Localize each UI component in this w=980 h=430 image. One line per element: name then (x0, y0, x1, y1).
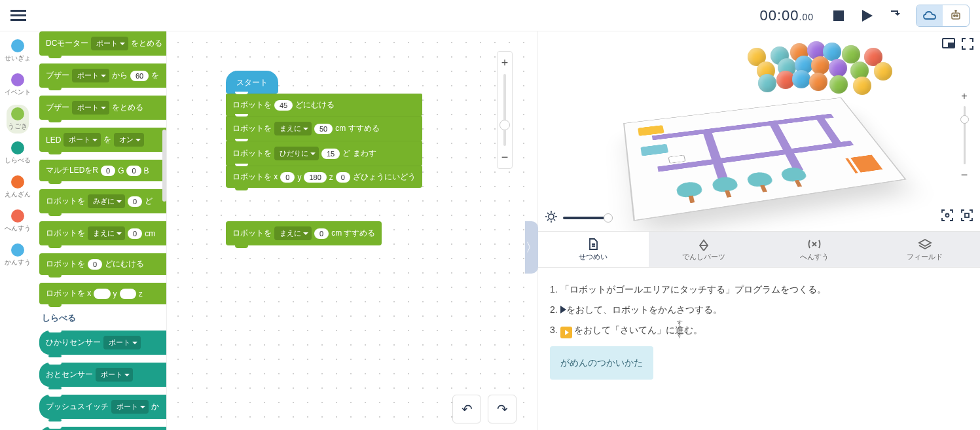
value-input[interactable]: 0 (101, 166, 115, 176)
category-sensing[interactable]: しらべる (3, 139, 32, 168)
zoom-in-icon[interactable]: + (500, 56, 510, 70)
category-function[interactable]: かんすう (3, 241, 32, 270)
palette-block-buzzer-stop[interactable]: ブザー ポート をとめる (39, 96, 166, 120)
instruction-line: 2. をおして、ロボットをかんさつする。 (550, 300, 968, 320)
direction-dropdown[interactable]: まえに (274, 122, 312, 135)
workspace[interactable]: スタート ロボットを 45 どにむける ロボットを まえに 50 cm すすめる… (166, 31, 528, 430)
category-control[interactable]: せいぎょ (3, 37, 32, 65)
direction-dropdown[interactable]: まえに (274, 226, 312, 240)
svg-point-4 (956, 14, 958, 16)
sim-zoom-slider[interactable]: + − (958, 90, 971, 182)
play-button[interactable] (854, 4, 880, 27)
redo-button[interactable]: ↷ (488, 395, 517, 423)
help-button[interactable]: がめんのつかいかた (550, 346, 653, 380)
palette-block-sound-sensor[interactable]: おとセンサー ポート (39, 363, 166, 387)
value-input[interactable]: 0 (126, 166, 141, 176)
splitter-handle[interactable]: 〉 (525, 221, 538, 274)
value-input[interactable] (120, 289, 136, 299)
value-input[interactable]: 60 (130, 71, 149, 81)
brightness-thumb[interactable] (604, 213, 613, 223)
step-button[interactable] (883, 4, 909, 27)
tab-desc[interactable]: せつめい (538, 232, 649, 267)
block-robot-move[interactable]: ロボットを まえに 0 cm すすめる (226, 221, 382, 245)
port-dropdown[interactable]: ポート (72, 101, 109, 115)
value-input[interactable]: 45 (274, 100, 293, 111)
focus-icon[interactable] (941, 209, 954, 224)
simulator-view[interactable]: + − (538, 31, 980, 231)
value-input[interactable]: 0 (88, 259, 102, 270)
block-palette[interactable]: DCモーター ポート をとめる ブザー ポート から 60 を ブザー ポート … (35, 31, 166, 430)
sim-ball (829, 59, 847, 77)
palette-block-robot-turn-direction[interactable]: ロボットを みぎに 0 ど (39, 189, 166, 213)
sim-ball (853, 77, 871, 95)
port-dropdown[interactable]: ポート (103, 336, 141, 349)
value-input[interactable]: 0 (336, 172, 350, 183)
direction-dropdown[interactable]: みぎに (88, 194, 125, 208)
value-input[interactable]: 180 (304, 172, 326, 183)
zoom-out-icon[interactable]: − (961, 168, 968, 182)
fullscreen-icon[interactable] (962, 38, 973, 52)
palette-block-ir-photo[interactable]: せきがいせんフォトリフレクター (39, 427, 166, 430)
palette-block-light-sensor[interactable]: ひかりセンサー ポート (39, 331, 166, 355)
value-input[interactable]: 15 (321, 149, 340, 159)
hat-block-start[interactable]: スタート (226, 71, 278, 94)
tab-parts[interactable]: でんしパーツ (649, 232, 759, 267)
sim-ball (829, 75, 848, 94)
stop-button[interactable] (826, 4, 852, 27)
script-orphan[interactable]: ロボットを まえに 0 cm すすめる (226, 221, 382, 253)
menu-icon[interactable] (10, 7, 26, 24)
zoom-thumb[interactable] (499, 120, 510, 130)
palette-block-multi-led[interactable]: マルチLEDをR 0 G 0 B (39, 160, 166, 181)
value-input[interactable]: 0 (280, 172, 295, 183)
svg-point-5 (955, 10, 956, 11)
block-robot-rotate[interactable]: ロボットを ひだりに 15 ど まわす (226, 141, 422, 166)
port-dropdown[interactable]: ポート (72, 69, 109, 82)
brightness-slider[interactable] (545, 210, 609, 226)
palette-block-dc-motor-stop[interactable]: DCモーター ポート をとめる (39, 31, 166, 56)
undo-button[interactable]: ↶ (452, 395, 481, 423)
category-motion[interactable]: うごき (7, 105, 29, 134)
palette-block-buzzer-play[interactable]: ブザー ポート から 60 を (39, 63, 166, 88)
value-input[interactable]: 50 (314, 124, 333, 134)
port-dropdown[interactable]: ポート (91, 37, 128, 50)
zoom-out-icon[interactable]: − (500, 150, 510, 164)
palette-block-robot-move[interactable]: ロボットを まえに 0 cm (39, 221, 166, 245)
target-icon[interactable] (960, 209, 973, 224)
category-variable[interactable]: へんすう (3, 207, 32, 236)
tab-vars[interactable]: へんすう (759, 232, 870, 267)
value-input[interactable]: 0 (128, 196, 142, 207)
mode-toggle[interactable] (916, 5, 970, 27)
value-input[interactable] (94, 289, 110, 299)
block-robot-goto[interactable]: ロボットを x 0 y 180 z 0 ざひょうにいどう (226, 166, 422, 188)
block-robot-face[interactable]: ロボットを 45 どにむける (226, 94, 422, 116)
palette-block-robot-goto[interactable]: ロボットを x y z (39, 283, 166, 304)
cloud-mode-icon[interactable] (916, 5, 943, 26)
port-dropdown[interactable]: ポート (64, 133, 101, 147)
category-operator[interactable]: えんざん (3, 173, 32, 202)
palette-block-robot-face[interactable]: ロボットを 0 どにむける (39, 253, 166, 275)
svg-point-3 (954, 14, 956, 16)
state-dropdown[interactable]: オン (114, 133, 144, 147)
category-event[interactable]: イベント (3, 71, 32, 99)
palette-block-led[interactable]: LED ポート を オン (39, 128, 166, 152)
zoom-in-icon[interactable]: + (961, 90, 967, 102)
zoom-slider[interactable]: + − (497, 51, 513, 169)
robot-mode-icon[interactable] (943, 5, 969, 26)
pip-icon[interactable] (942, 38, 955, 52)
value-input[interactable]: 0 (128, 228, 142, 239)
direction-dropdown[interactable]: まえに (88, 226, 125, 240)
value-input[interactable]: 0 (314, 228, 329, 239)
port-dropdown[interactable]: ポート (111, 400, 149, 414)
sim-ball (811, 56, 829, 75)
script-stack[interactable]: スタート ロボットを 45 どにむける ロボットを まえに 50 cm すすめる… (226, 71, 422, 188)
sim-ball (874, 62, 892, 81)
port-dropdown[interactable]: ポート (96, 368, 133, 382)
zoom-thumb[interactable] (960, 115, 969, 124)
block-robot-move[interactable]: ロボットを まえに 50 cm すすめる (226, 116, 422, 141)
direction-dropdown[interactable]: ひだりに (274, 147, 319, 160)
zoom-track[interactable] (503, 74, 506, 146)
category-sidebar: せいぎょイベントうごきしらべるえんざんへんすうかんすう (0, 31, 35, 430)
tab-field[interactable]: フィールド (869, 232, 980, 267)
pane-splitter[interactable]: 〉 (528, 31, 537, 430)
palette-block-push-switch[interactable]: プッシュスイッチ ポート か (39, 395, 166, 419)
